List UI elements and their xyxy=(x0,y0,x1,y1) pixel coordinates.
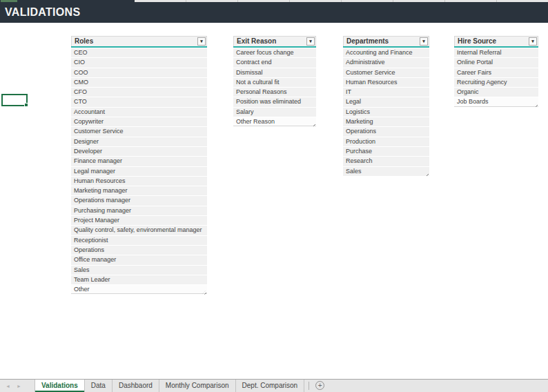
list-header: Departments ▾ xyxy=(343,36,429,46)
list-item[interactable]: Accounting and Finance xyxy=(343,48,429,57)
list-item[interactable]: CEO xyxy=(71,48,207,57)
list-item[interactable]: Quality control, safety, environmental m… xyxy=(71,226,207,235)
list-item[interactable]: Career Fairs xyxy=(454,68,538,77)
teal-underline xyxy=(454,46,538,48)
list-item[interactable]: CTO xyxy=(71,97,207,106)
tab-divider xyxy=(309,382,309,390)
title-banner: VALIDATIONS xyxy=(0,2,548,23)
sheet-tab-monthly-comparison[interactable]: Monthly Comparison xyxy=(159,380,236,392)
list-item[interactable]: Career focus change xyxy=(233,48,316,57)
list-item[interactable]: Customer Service xyxy=(71,127,207,136)
teal-underline xyxy=(343,46,429,48)
list-item[interactable]: Contract end xyxy=(233,58,316,67)
dropdown-arrow-icon[interactable]: ▾ xyxy=(420,37,428,46)
list-item[interactable]: Sales xyxy=(71,266,207,275)
list-item[interactable]: Not a cultural fit xyxy=(233,78,316,87)
list-header: Hire Source ▾ xyxy=(454,36,538,46)
list-item[interactable]: Position was eliminated xyxy=(233,97,316,106)
sheet-tab-dashbaord[interactable]: Dashbaord xyxy=(112,380,159,392)
list-item[interactable]: Project Manager xyxy=(71,216,207,225)
list-item[interactable]: Developer xyxy=(71,147,207,156)
list-item[interactable]: Accountant xyxy=(71,108,207,117)
dropdown-arrow-icon[interactable]: ▾ xyxy=(529,37,537,46)
list-item[interactable]: Administrative xyxy=(343,58,429,67)
list-item[interactable]: Organic xyxy=(454,88,538,97)
list-item[interactable]: Purchase xyxy=(343,147,429,156)
tab-scroll-left-icon[interactable]: ◄ xyxy=(6,384,10,389)
sheet-tab-data[interactable]: Data xyxy=(85,380,112,392)
dropdown-arrow-icon[interactable]: ▾ xyxy=(306,37,315,46)
list-item[interactable]: IT xyxy=(343,88,429,97)
list-item[interactable]: Designer xyxy=(71,137,207,146)
active-cell-selection[interactable] xyxy=(1,94,28,106)
sheet-tabs: ValidationsDataDashbaordMonthly Comparis… xyxy=(35,380,304,392)
list-item[interactable]: Marketing xyxy=(343,117,429,126)
list-item[interactable]: Other Reason xyxy=(233,117,316,126)
list-item[interactable]: Other xyxy=(71,285,207,294)
list-item[interactable]: Legal manager xyxy=(71,167,207,176)
list-header-label: Exit Reason xyxy=(237,37,276,45)
list-item[interactable]: Production xyxy=(343,137,429,146)
new-sheet-button[interactable]: + xyxy=(315,381,324,390)
list-item[interactable]: Recruiting Agency xyxy=(454,78,538,87)
list-item[interactable]: Customer Service xyxy=(343,68,429,77)
list-body: CEOCIOCOOCMOCFOCTOAccountantCopywriterCu… xyxy=(71,48,207,294)
sheet-tab-dept-comparison[interactable]: Dept. Comparison xyxy=(236,380,305,392)
list-item[interactable]: Research xyxy=(343,157,429,166)
list-item[interactable]: Dismissal xyxy=(233,68,316,77)
list-header-label: Departments xyxy=(346,37,389,45)
list-item[interactable]: CFO xyxy=(71,88,207,97)
list-item[interactable]: COO xyxy=(71,68,207,77)
list-item[interactable]: Online Portal xyxy=(454,58,538,67)
list-item[interactable]: Operations xyxy=(343,127,429,136)
list-item[interactable]: Receptionist xyxy=(71,236,207,245)
list-header-label: Roles xyxy=(75,37,93,45)
fill-handle[interactable] xyxy=(24,103,28,107)
list-header: Roles ▾ xyxy=(71,36,207,46)
list-item[interactable]: Team Leader xyxy=(71,275,207,284)
sheet-tab-validations[interactable]: Validations xyxy=(35,380,85,392)
spreadsheet-view: VALIDATIONS Roles ▾ CEOCIOCOOCMOCFOCTOAc… xyxy=(0,0,548,392)
list-item[interactable]: Human Resources xyxy=(343,78,429,87)
list-item[interactable]: Personal Reasons xyxy=(233,88,316,97)
tab-scroll-right-icon[interactable]: ► xyxy=(17,384,21,389)
validation-list-departments: Departments ▾ Accounting and FinanceAdmi… xyxy=(343,36,429,177)
list-item[interactable]: Operations manager xyxy=(71,196,207,205)
list-item[interactable]: Job Boards xyxy=(454,97,538,106)
list-item[interactable]: CIO xyxy=(71,58,207,67)
list-body: Accounting and FinanceAdministrativeCust… xyxy=(343,48,429,176)
validation-list-hire-source: Hire Source ▾ Internal ReferralOnline Po… xyxy=(454,36,538,108)
list-item[interactable]: Logistics xyxy=(343,108,429,117)
list-item[interactable]: Marketing manager xyxy=(71,186,207,195)
teal-underline xyxy=(71,46,207,48)
list-item[interactable]: CMO xyxy=(71,78,207,87)
validation-list-roles: Roles ▾ CEOCIOCOOCMOCFOCTOAccountantCopy… xyxy=(71,36,207,295)
list-header: Exit Reason ▾ xyxy=(233,36,316,46)
list-body: Career focus changeContract endDismissal… xyxy=(233,48,316,126)
list-item[interactable]: Operations xyxy=(71,246,207,255)
list-item[interactable]: Copywriter xyxy=(71,117,207,126)
teal-underline xyxy=(233,46,316,48)
list-item[interactable]: Internal Referral xyxy=(454,48,538,57)
list-item[interactable]: Purchasing manager xyxy=(71,206,207,215)
list-item[interactable]: Finance manager xyxy=(71,157,207,166)
list-item[interactable]: Salary xyxy=(233,108,316,117)
list-item[interactable]: Sales xyxy=(343,167,429,176)
sheet-tab-bar: ◄ ► ValidationsDataDashbaordMonthly Comp… xyxy=(0,379,548,392)
validation-list-exit-reason: Exit Reason ▾ Career focus changeContrac… xyxy=(233,36,316,127)
list-item[interactable]: Legal xyxy=(343,97,429,106)
list-body: Internal ReferralOnline PortalCareer Fai… xyxy=(454,48,538,107)
list-item[interactable]: Human Resources xyxy=(71,177,207,186)
dropdown-arrow-icon[interactable]: ▾ xyxy=(197,37,206,46)
list-item[interactable]: Office manager xyxy=(71,255,207,264)
tab-scroll-controls: ◄ ► xyxy=(0,380,35,392)
list-header-label: Hire Source xyxy=(458,37,496,45)
page-title: VALIDATIONS xyxy=(5,2,80,23)
